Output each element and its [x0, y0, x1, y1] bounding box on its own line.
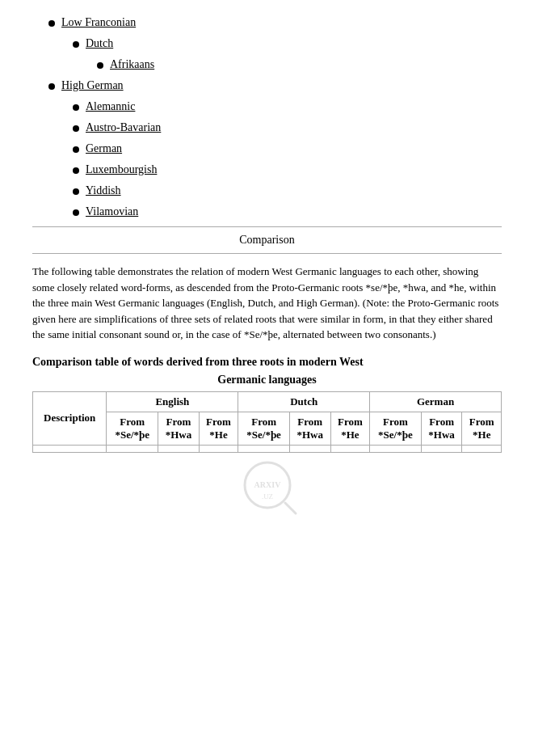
cell	[158, 445, 200, 452]
bullet-icon	[73, 167, 79, 174]
english-header: English	[107, 391, 238, 412]
comparison-table: Description English Dutch German From*Se…	[32, 391, 502, 453]
low-franconian-link[interactable]: Low Franconian	[61, 16, 136, 29]
luxembourgish-link[interactable]: Luxembourgish	[86, 163, 157, 176]
de-he-header: From*He	[462, 412, 502, 445]
alemannic-link[interactable]: Alemannic	[86, 100, 135, 113]
en-se-header: From*Se/*þe	[107, 412, 158, 445]
description-paragraph: The following table demonstrates the rel…	[32, 264, 502, 343]
cell	[107, 445, 158, 452]
list-item: Luxembourgish	[73, 163, 502, 176]
desc-cell	[33, 445, 107, 452]
list-item: Dutch	[73, 37, 502, 50]
description-header: Description	[33, 391, 107, 445]
yiddish-link[interactable]: Yiddish	[86, 184, 121, 197]
dutch-link[interactable]: Dutch	[86, 37, 113, 50]
du-he-header: From*He	[330, 412, 370, 445]
bullet-icon	[73, 41, 79, 48]
du-se-header: From*Se/*þe	[238, 412, 290, 445]
list-item: German	[73, 142, 502, 155]
bullet-icon	[73, 104, 79, 111]
list-item: High German	[48, 79, 502, 92]
bullet-icon	[48, 20, 55, 27]
list-item: Yiddish	[73, 184, 502, 197]
list-item: Low Franconian	[48, 16, 502, 29]
vilamovian-link[interactable]: Vilamovian	[86, 205, 138, 218]
list-item: Afrikaans	[97, 58, 502, 71]
cell	[370, 445, 422, 452]
watermark: ARXIV .UZ	[32, 453, 502, 526]
cell	[421, 445, 462, 452]
bullet-icon	[73, 188, 79, 195]
list-item: Vilamovian	[73, 205, 502, 218]
list-item: Alemannic	[73, 100, 502, 113]
du-hwa-header: From*Hwa	[289, 412, 330, 445]
german-link[interactable]: German	[86, 142, 122, 155]
bullet-icon	[73, 209, 79, 216]
cell	[330, 445, 370, 452]
arxiv-watermark-svg: ARXIV .UZ	[219, 457, 316, 522]
svg-text:ARXIV: ARXIV	[254, 480, 281, 489]
list-item: Austro-Bavarian	[73, 121, 502, 134]
en-hwa-header: From*Hwa	[158, 412, 200, 445]
de-se-header: From*Se/*þe	[370, 412, 422, 445]
bullet-icon	[48, 83, 55, 90]
austro-bavarian-link[interactable]: Austro-Bavarian	[86, 121, 161, 134]
de-hwa-header: From*Hwa	[421, 412, 462, 445]
cell	[462, 445, 502, 452]
en-he-header: From*He	[199, 412, 238, 445]
svg-line-3	[285, 503, 296, 513]
table-title: Comparison table of words derived from t…	[32, 356, 502, 369]
cell	[289, 445, 330, 452]
cell	[199, 445, 238, 452]
afrikaans-link[interactable]: Afrikaans	[110, 58, 154, 71]
svg-text:.UZ: .UZ	[261, 492, 272, 500]
bullet-icon	[73, 125, 79, 132]
bullet-icon	[97, 62, 103, 69]
section-title: Comparison	[32, 226, 502, 254]
high-german-link[interactable]: High German	[61, 79, 124, 92]
bullet-icon	[73, 146, 79, 153]
navigation-list: Low Franconian Dutch Afrikaans High Germ…	[32, 16, 502, 218]
table-subtitle: Germanic languages	[32, 374, 502, 386]
dutch-header: Dutch	[238, 391, 370, 412]
table-row	[33, 445, 502, 452]
german-header: German	[370, 391, 502, 412]
cell	[238, 445, 290, 452]
